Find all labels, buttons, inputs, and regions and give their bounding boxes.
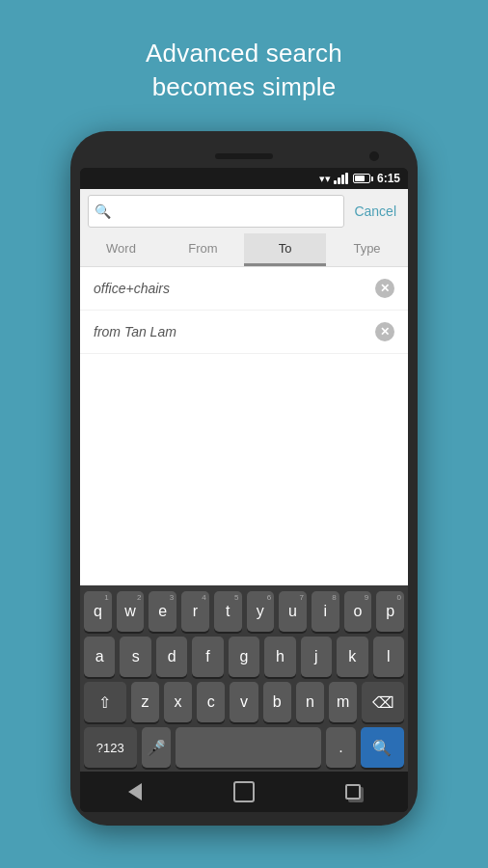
nav-back-button[interactable] [116,783,154,800]
status-icons: ▾▾ [319,173,370,185]
phone-speaker [215,153,273,159]
result-row-1: office+chairs ✕ [80,267,408,311]
key-g[interactable]: g [229,637,259,677]
key-x[interactable]: x [164,682,192,722]
battery-icon [353,174,370,183]
result-row-2: from Tan Lam ✕ [80,311,408,354]
battery-fill [355,176,365,181]
key-f[interactable]: f [192,637,223,677]
key-h[interactable]: h [264,637,295,677]
signal-bar-4 [345,173,348,184]
key-t[interactable]: 5t [214,591,242,632]
key-space[interactable] [176,727,321,768]
key-d[interactable]: d [156,637,187,677]
phone-camera [369,151,379,161]
result-text-1: office+chairs [94,281,375,296]
key-row-2: a s d f g h j k l [84,637,404,677]
nav-recent-icon [345,784,361,800]
key-r[interactable]: 4r [181,591,209,632]
nav-home-button[interactable] [225,781,263,802]
result-clear-2[interactable]: ✕ [375,322,394,341]
tab-from[interactable]: From [162,233,244,266]
headline: Advanced search becomes simple [146,37,342,104]
key-c[interactable]: c [197,682,225,722]
key-s[interactable]: s [120,637,150,677]
key-search[interactable]: 🔍 [361,727,404,768]
key-l[interactable]: l [373,637,404,677]
nav-back-icon [128,783,142,800]
key-e[interactable]: 3e [149,591,176,632]
phone-mockup: ▾▾ 6:15 🔍 [70,131,418,826]
search-bar: 🔍 Cancel [80,189,408,233]
app-content: 🔍 Cancel Word From To Type office+chairs [80,189,408,772]
signal-bar-2 [338,177,340,184]
key-a[interactable]: a [84,637,115,677]
key-row-4: ?123 🎤 . 🔍 [84,727,404,768]
bottom-nav [80,772,408,812]
status-time: 6:15 [377,172,400,185]
key-m[interactable]: m [329,682,357,722]
key-w[interactable]: 2w [117,591,145,632]
key-row-1: 1q 2w 3e 4r 5t 6y 7u 8i 9o 0p [84,591,404,632]
key-o[interactable]: 9o [344,591,372,632]
key-k[interactable]: k [337,637,367,677]
result-clear-1[interactable]: ✕ [375,279,394,298]
key-j[interactable]: j [301,637,332,677]
phone-top-bar [80,145,408,168]
key-n[interactable]: n [296,682,324,722]
key-p[interactable]: 0p [376,591,404,632]
key-i[interactable]: 8i [312,591,339,632]
key-row-3: ⇧ z x c v b n m ⌫ [84,682,404,722]
search-icon: 🔍 [95,203,111,219]
key-mic[interactable]: 🎤 [142,727,171,768]
key-v[interactable]: v [230,682,258,722]
key-u[interactable]: 7u [279,591,307,632]
status-bar: ▾▾ 6:15 [80,168,408,189]
nav-home-icon [233,781,255,802]
search-input-container[interactable]: 🔍 [88,195,344,228]
key-period[interactable]: . [326,727,355,768]
key-q[interactable]: 1q [84,591,112,632]
nav-recent-button[interactable] [334,784,372,800]
result-text-2: from Tan Lam [94,324,375,339]
tabs-row: Word From To Type [80,233,408,267]
cancel-button[interactable]: Cancel [350,200,400,223]
key-z[interactable]: z [131,682,159,722]
key-b[interactable]: b [263,682,291,722]
signal-bars [334,173,348,184]
key-numbers[interactable]: ?123 [84,727,137,768]
key-backspace[interactable]: ⌫ [362,682,404,722]
signal-bar-3 [341,175,344,184]
key-y[interactable]: 6y [247,591,275,632]
tab-type[interactable]: Type [326,233,408,266]
key-shift[interactable]: ⇧ [84,682,126,722]
phone-screen: ▾▾ 6:15 🔍 [80,168,408,812]
tab-to[interactable]: To [244,233,326,266]
wifi-icon: ▾▾ [319,173,331,185]
search-results: office+chairs ✕ from Tan Lam ✕ [80,267,408,585]
search-input[interactable] [115,203,338,219]
signal-bar-1 [334,180,337,184]
keyboard: 1q 2w 3e 4r 5t 6y 7u 8i 9o 0p a s [80,585,408,772]
tab-word[interactable]: Word [80,233,162,266]
